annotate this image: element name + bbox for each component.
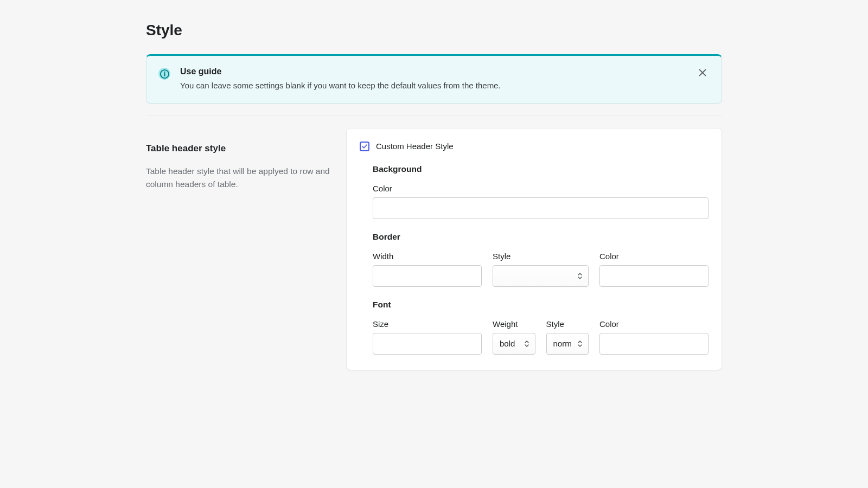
page-title: Style (146, 22, 722, 39)
font-color-label: Color (599, 319, 709, 329)
font-style-label: Style (546, 319, 589, 329)
font-size-label: Size (373, 319, 482, 329)
font-color-input[interactable] (599, 333, 709, 355)
custom-header-style-label: Custom Header Style (376, 142, 454, 151)
border-color-label: Color (599, 252, 709, 261)
font-weight-label: Weight (493, 319, 535, 329)
banner-title: Use guide (180, 67, 689, 76)
close-icon (698, 68, 707, 78)
background-color-input[interactable] (373, 197, 709, 219)
background-heading: Background (373, 164, 709, 174)
border-style-label: Style (493, 252, 589, 261)
font-weight-select[interactable]: bold (493, 333, 535, 355)
table-header-style-section: Table header style Table header style th… (146, 128, 722, 370)
use-guide-banner: Use guide You can leave some settings bl… (146, 54, 722, 104)
border-width-label: Width (373, 252, 482, 261)
banner-description: You can leave some settings blank if you… (180, 80, 689, 92)
style-page: Style Use guide You can leave some setti… (146, 0, 722, 392)
svg-rect-2 (164, 73, 165, 76)
section-info: Table header style Table header style th… (146, 128, 333, 191)
border-width-input[interactable] (373, 265, 482, 287)
border-color-input[interactable] (599, 265, 709, 287)
border-style-select[interactable] (493, 265, 589, 287)
banner-content: Use guide You can leave some settings bl… (180, 67, 689, 92)
close-button[interactable] (695, 66, 710, 80)
divider (146, 115, 722, 116)
section-title: Table header style (146, 143, 333, 154)
custom-header-style-checkbox[interactable] (360, 142, 369, 151)
section-description: Table header style that will be applyed … (146, 165, 333, 191)
font-heading: Font (373, 300, 709, 310)
background-color-label: Color (373, 184, 709, 193)
border-heading: Border (373, 232, 709, 242)
background-group: Background Color Border Width Style (360, 164, 709, 355)
font-style-select[interactable]: normal (546, 333, 589, 355)
font-size-input[interactable] (373, 333, 482, 355)
svg-point-1 (164, 71, 165, 72)
style-card: Custom Header Style Background Color Bor… (346, 128, 722, 370)
info-icon (158, 68, 170, 80)
custom-header-style-row: Custom Header Style (360, 142, 709, 151)
checkmark-icon (361, 143, 368, 150)
